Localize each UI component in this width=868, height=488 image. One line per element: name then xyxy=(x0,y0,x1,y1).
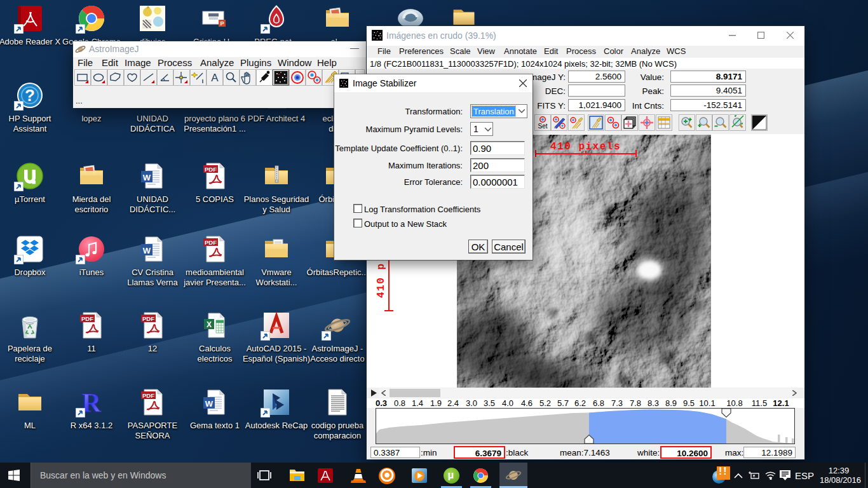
svg-text:A: A xyxy=(211,72,219,84)
svg-text:Set: Set xyxy=(538,123,547,130)
